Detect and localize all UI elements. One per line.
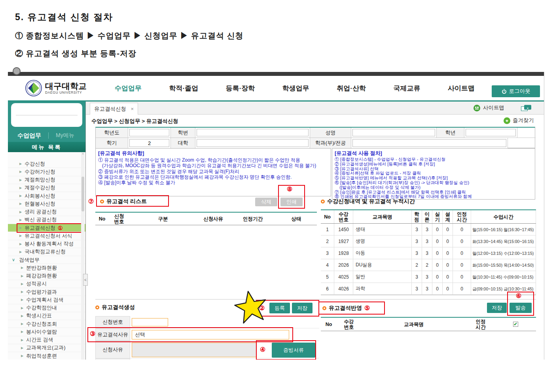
college-field[interactable] <box>195 138 310 148</box>
scrollbar-thumb[interactable] <box>81 177 84 211</box>
print-button[interactable]: 인쇄 <box>280 198 303 206</box>
arrow-icon: ▶ <box>21 322 23 326</box>
sidebar-item[interactable]: ▶수업계획서 검색 <box>8 296 85 304</box>
sidebar-item[interactable]: ▶시간표 검색 <box>8 336 85 344</box>
nav-item-7[interactable]: 사이트맵 <box>448 84 475 93</box>
cell-practice: 0 <box>432 224 443 235</box>
column-header: ✔ <box>495 318 536 331</box>
sidebar-item[interactable]: ▶수강신청 <box>8 160 85 168</box>
student-no-field[interactable] <box>195 128 310 138</box>
sidebar-item[interactable]: ▶계절수강신청 <box>8 184 85 192</box>
sidebar-item[interactable]: ▶봉사 활동계획서 작성 <box>8 240 85 248</box>
sidebar-item-label: 성적공시 <box>26 280 47 287</box>
nav-item-3[interactable]: 등록·장학 <box>226 84 255 93</box>
tab-absence-application[interactable]: 유고결석신청 × <box>90 103 138 115</box>
year-field[interactable] <box>128 128 171 138</box>
cell-no: 2 <box>321 236 334 247</box>
sidebar-item[interactable]: ▶수강허가신청 <box>8 168 85 176</box>
logout-button[interactable]: 로그아웃 <box>492 85 540 97</box>
sidebar-item-label: 수강신청 <box>25 160 45 168</box>
sidebar-scrollbar[interactable]: ^ <box>81 152 85 360</box>
send-button[interactable]: 발송 <box>510 303 532 313</box>
sidebar-item[interactable]: ▶취업적성훈련 <box>8 352 85 360</box>
column-header: 이 론 <box>422 210 432 223</box>
table-row[interactable]: 31928아동33000월(12:00~13:15) 수(12:00~13:15… <box>321 247 536 259</box>
sidebar-item[interactable]: ▶유고결석신청서 서식 <box>8 232 85 240</box>
sidebar-item[interactable]: ▶분반강좌현황 <box>8 264 85 272</box>
table-row[interactable]: 64026과학33000금(09:00~10:15) 금(10:30~11:45… <box>321 283 536 295</box>
close-icon[interactable]: × <box>131 106 134 112</box>
reason-type-select[interactable]: 선택 <box>132 330 289 339</box>
semester-field[interactable]: 2 <box>128 138 171 148</box>
nav-item-6[interactable]: 국제교류 <box>393 84 420 93</box>
sidebar-item[interactable]: ▶교과목개요(교과) <box>8 344 85 352</box>
table-row[interactable]: 21927생명33000화(13:30~14:45) 목(15:00~16:15… <box>321 236 536 247</box>
cell-no: 1 <box>321 224 334 235</box>
reason-textarea[interactable] <box>132 343 257 357</box>
delete-button[interactable]: 삭제 <box>255 198 277 206</box>
sidebar-tab-my-menu[interactable]: My메뉴 <box>56 132 74 139</box>
nav-item-1[interactable]: 수업업무 <box>115 84 142 93</box>
notice-line: ② 증빙서류가 위조 또는 변조된 것일 경우 해당 교과목 실격(F)처리 <box>98 169 328 174</box>
sidebar-tab-class-work[interactable]: 수업업무 <box>17 132 41 139</box>
sidebar-item[interactable]: ▶국내학점교류신청 <box>8 248 85 256</box>
table-row[interactable]: 54025일반33000월(10:30~11:45) 수(09:00~10:15… <box>321 271 536 283</box>
sidebar-section-search[interactable]: ∨검색업무 <box>8 256 85 264</box>
dept-field[interactable] <box>351 138 508 148</box>
table-row[interactable]: 11450생태33000월(15:00~16:15) 월(16:30~17:45… <box>321 224 536 236</box>
column-header: No <box>321 210 334 223</box>
cell-theory: 3 <box>422 224 432 235</box>
sidebar-item-label: 계절수강신청 <box>25 184 55 191</box>
sidebar-item[interactable]: ▶수업평가결과 <box>8 288 85 296</box>
sidebar-item[interactable]: ▶백신 공결신청 <box>8 216 85 224</box>
sidebar-item[interactable]: ▶수강신청조회 <box>8 320 85 328</box>
evidence-button[interactable]: 증빙서류 <box>272 343 315 358</box>
sidebar-item[interactable]: ▶폐강강좌현황 <box>8 272 85 280</box>
nav-item-4[interactable]: 학생업무 <box>282 84 309 93</box>
sidebar-item[interactable]: ▶성적공시 <box>8 280 85 288</box>
sidebar-item[interactable]: ▶봉사이수열람 <box>8 328 85 336</box>
create-save-button[interactable]: 저장 <box>292 303 313 313</box>
sidebar-item[interactable]: ▶사회봉사신청 <box>8 192 85 200</box>
arrow-icon: ▶ <box>19 170 22 173</box>
sidebar-item[interactable]: ▶학생시간표 <box>8 312 85 320</box>
cell-design: 0 <box>443 247 453 259</box>
name-field[interactable] <box>351 128 437 138</box>
scroll-up-icon[interactable]: ^ <box>81 153 85 156</box>
reflect-save-button[interactable]: 저장 <box>487 303 507 313</box>
cell-name: 과학 <box>353 283 412 294</box>
sidebar-item[interactable]: ▶수강학점안내 <box>8 304 85 312</box>
cell-design: 0 <box>443 259 453 271</box>
section-divider <box>95 299 536 300</box>
arrow-icon: ▶ <box>19 234 22 237</box>
register-button[interactable]: 등록 <box>269 303 290 313</box>
arrow-icon: ▶ <box>21 298 23 302</box>
window-pin-circle <box>13 67 21 75</box>
sidebar-item[interactable]: ▶유고결석신청① <box>8 224 85 232</box>
sidebar-collapse-handle[interactable]: < <box>83 274 88 286</box>
apply-no-field[interactable] <box>132 318 168 326</box>
sidebar-item-label: 교과목개요(교과) <box>26 344 66 351</box>
sitemap-shortcut[interactable]: 사이트맵 <box>474 104 504 111</box>
cell-theory: 3 <box>422 271 432 283</box>
column-header: 교과목명 <box>353 210 412 223</box>
cell-time: 화(15:00~15:50) 목(14:00~14:50) <box>471 259 536 271</box>
favorite-button[interactable]: ★ 즐겨찾기 <box>504 117 534 124</box>
bullet-icon <box>95 305 99 309</box>
notice-line: ④ [발송]이후 날짜 수정 및 취소 불가 <box>98 180 328 185</box>
enrollment-title: 수강신청내역 및 유고결석 누적시간 <box>321 198 415 205</box>
grade-field[interactable] <box>464 128 517 138</box>
nav-item-5[interactable]: 취업·산학 <box>337 84 366 93</box>
checked-checkbox-icon[interactable]: ✔ <box>513 322 518 327</box>
cell-name: 일반 <box>353 271 412 283</box>
menu-list-title: 메뉴 목록 <box>8 142 85 152</box>
close-all-windows-icon[interactable]: × <box>521 105 532 111</box>
nav-item-2[interactable]: 학적·졸업 <box>169 84 198 93</box>
sidebar-item[interactable]: ▶헌혈봉사신청 <box>8 200 85 208</box>
label-apply-no: 신청번호 <box>95 316 130 328</box>
sidebar-item[interactable]: ▶계절희망신청 <box>8 176 85 184</box>
tab-label: 유고결석신청 <box>94 106 126 113</box>
sidebar-item[interactable]: ▶생리 공결신청 <box>8 208 85 216</box>
table-row[interactable]: 42026DU실용22000화(15:00~15:50) 목(14:00~14:… <box>321 259 536 271</box>
absence-list-title: 유고결석 리스트 <box>100 198 147 205</box>
